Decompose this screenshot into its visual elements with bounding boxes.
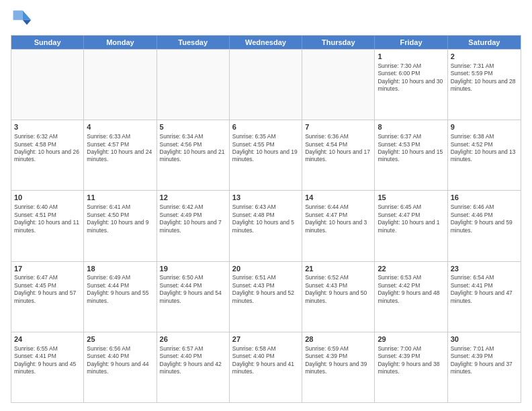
day-number: 28 <box>305 334 371 345</box>
cal-cell: 13Sunrise: 6:43 AMSunset: 4:48 PMDayligh… <box>230 191 302 261</box>
cal-cell: 23Sunrise: 6:54 AMSunset: 4:41 PMDayligh… <box>448 262 521 332</box>
cal-cell: 27Sunrise: 6:58 AMSunset: 4:40 PMDayligh… <box>230 332 302 402</box>
day-info: Sunrise: 6:46 AMSunset: 4:46 PMDaylight:… <box>451 203 518 234</box>
day-number: 4 <box>87 122 153 132</box>
cal-cell: 3Sunrise: 6:32 AMSunset: 4:58 PMDaylight… <box>11 120 84 190</box>
header <box>11 8 521 30</box>
cal-cell: 22Sunrise: 6:53 AMSunset: 4:42 PMDayligh… <box>375 262 447 332</box>
cal-cell: 16Sunrise: 6:46 AMSunset: 4:46 PMDayligh… <box>448 191 521 261</box>
day-header-thursday: Thursday <box>302 36 375 49</box>
day-info: Sunrise: 6:57 AMSunset: 4:40 PMDaylight:… <box>160 345 226 376</box>
week-row-0: 1Sunrise: 7:30 AMSunset: 6:00 PMDaylight… <box>11 49 521 120</box>
day-number: 27 <box>232 334 299 345</box>
cal-cell: 6Sunrise: 6:35 AMSunset: 4:55 PMDaylight… <box>230 120 302 190</box>
cal-cell: 20Sunrise: 6:51 AMSunset: 4:43 PMDayligh… <box>230 262 302 332</box>
day-info: Sunrise: 6:38 AMSunset: 4:52 PMDaylight:… <box>451 133 518 164</box>
cal-cell: 15Sunrise: 6:45 AMSunset: 4:47 PMDayligh… <box>375 191 447 261</box>
day-header-saturday: Saturday <box>448 36 521 49</box>
day-number: 20 <box>232 264 299 274</box>
cal-cell: 18Sunrise: 6:49 AMSunset: 4:44 PMDayligh… <box>84 262 157 332</box>
day-header-sunday: Sunday <box>11 36 84 49</box>
day-number: 29 <box>378 334 444 345</box>
day-info: Sunrise: 7:30 AMSunset: 6:00 PMDaylight:… <box>378 62 444 93</box>
day-info: Sunrise: 7:01 AMSunset: 4:39 PMDaylight:… <box>451 345 518 376</box>
day-info: Sunrise: 6:44 AMSunset: 4:47 PMDaylight:… <box>305 203 371 234</box>
day-info: Sunrise: 6:49 AMSunset: 4:44 PMDaylight:… <box>87 274 153 305</box>
day-number: 3 <box>14 122 81 132</box>
day-number: 23 <box>451 264 518 274</box>
day-info: Sunrise: 6:58 AMSunset: 4:40 PMDaylight:… <box>232 345 299 376</box>
day-number: 21 <box>305 264 371 274</box>
day-info: Sunrise: 6:34 AMSunset: 4:56 PMDaylight:… <box>160 133 226 164</box>
cal-cell: 5Sunrise: 6:34 AMSunset: 4:56 PMDaylight… <box>157 120 230 190</box>
cal-cell: 17Sunrise: 6:47 AMSunset: 4:45 PMDayligh… <box>11 262 84 332</box>
svg-marker-1 <box>23 20 31 25</box>
cal-cell: 12Sunrise: 6:42 AMSunset: 4:49 PMDayligh… <box>157 191 230 261</box>
day-number: 26 <box>160 334 226 345</box>
day-number: 25 <box>87 334 153 345</box>
cal-cell: 4Sunrise: 6:33 AMSunset: 4:57 PMDaylight… <box>84 120 157 190</box>
day-info: Sunrise: 7:00 AMSunset: 4:39 PMDaylight:… <box>378 345 444 376</box>
cal-cell: 7Sunrise: 6:36 AMSunset: 4:54 PMDaylight… <box>302 120 375 190</box>
day-header-wednesday: Wednesday <box>230 36 302 49</box>
day-info: Sunrise: 6:36 AMSunset: 4:54 PMDaylight:… <box>305 133 371 164</box>
day-info: Sunrise: 6:50 AMSunset: 4:44 PMDaylight:… <box>160 274 226 305</box>
cal-cell: 26Sunrise: 6:57 AMSunset: 4:40 PMDayligh… <box>157 332 230 402</box>
cal-cell <box>11 50 84 120</box>
day-number: 17 <box>14 264 81 274</box>
day-number: 18 <box>87 264 153 274</box>
day-info: Sunrise: 6:45 AMSunset: 4:47 PMDaylight:… <box>378 203 444 234</box>
day-header-tuesday: Tuesday <box>157 36 230 49</box>
day-number: 11 <box>87 193 153 203</box>
cal-cell: 25Sunrise: 6:56 AMSunset: 4:40 PMDayligh… <box>84 332 157 402</box>
calendar-body: 1Sunrise: 7:30 AMSunset: 6:00 PMDaylight… <box>11 49 521 402</box>
calendar: SundayMondayTuesdayWednesdayThursdayFrid… <box>11 35 521 403</box>
day-info: Sunrise: 6:35 AMSunset: 4:55 PMDaylight:… <box>232 133 299 164</box>
day-info: Sunrise: 6:55 AMSunset: 4:41 PMDaylight:… <box>14 345 81 376</box>
cal-cell <box>230 50 302 120</box>
day-number: 12 <box>160 193 226 203</box>
week-row-1: 3Sunrise: 6:32 AMSunset: 4:58 PMDaylight… <box>11 120 521 190</box>
cal-cell: 8Sunrise: 6:37 AMSunset: 4:53 PMDaylight… <box>375 120 447 190</box>
day-info: Sunrise: 6:56 AMSunset: 4:40 PMDaylight:… <box>87 345 153 376</box>
day-number: 10 <box>14 193 81 203</box>
day-info: Sunrise: 6:40 AMSunset: 4:51 PMDaylight:… <box>14 203 81 234</box>
day-number: 19 <box>160 264 226 274</box>
cal-cell: 30Sunrise: 7:01 AMSunset: 4:39 PMDayligh… <box>448 332 521 402</box>
cal-cell: 2Sunrise: 7:31 AMSunset: 5:59 PMDaylight… <box>448 50 521 120</box>
day-number: 16 <box>451 193 518 203</box>
cal-cell: 11Sunrise: 6:41 AMSunset: 4:50 PMDayligh… <box>84 191 157 261</box>
day-info: Sunrise: 6:52 AMSunset: 4:43 PMDaylight:… <box>305 274 371 305</box>
cal-cell: 14Sunrise: 6:44 AMSunset: 4:47 PMDayligh… <box>302 191 375 261</box>
day-number: 13 <box>232 193 299 203</box>
day-info: Sunrise: 6:59 AMSunset: 4:39 PMDaylight:… <box>305 345 371 376</box>
day-info: Sunrise: 6:42 AMSunset: 4:49 PMDaylight:… <box>160 203 226 234</box>
cal-cell: 19Sunrise: 6:50 AMSunset: 4:44 PMDayligh… <box>157 262 230 332</box>
day-number: 24 <box>14 334 81 345</box>
logo <box>11 8 35 30</box>
day-header-monday: Monday <box>84 36 157 49</box>
day-number: 5 <box>160 122 226 132</box>
day-number: 6 <box>232 122 299 132</box>
day-number: 2 <box>451 52 518 62</box>
day-number: 1 <box>378 52 444 62</box>
cal-cell: 21Sunrise: 6:52 AMSunset: 4:43 PMDayligh… <box>302 262 375 332</box>
day-info: Sunrise: 6:43 AMSunset: 4:48 PMDaylight:… <box>232 203 299 234</box>
day-number: 14 <box>305 193 371 203</box>
day-info: Sunrise: 6:51 AMSunset: 4:43 PMDaylight:… <box>232 274 299 305</box>
day-number: 7 <box>305 122 371 132</box>
cal-cell: 24Sunrise: 6:55 AMSunset: 4:41 PMDayligh… <box>11 332 84 402</box>
day-info: Sunrise: 6:33 AMSunset: 4:57 PMDaylight:… <box>87 133 153 164</box>
cal-cell: 1Sunrise: 7:30 AMSunset: 6:00 PMDaylight… <box>375 50 447 120</box>
cal-cell: 10Sunrise: 6:40 AMSunset: 4:51 PMDayligh… <box>11 191 84 261</box>
svg-marker-0 <box>23 11 31 20</box>
day-info: Sunrise: 6:54 AMSunset: 4:41 PMDaylight:… <box>451 274 518 305</box>
cal-cell: 9Sunrise: 6:38 AMSunset: 4:52 PMDaylight… <box>448 120 521 190</box>
cal-cell: 28Sunrise: 6:59 AMSunset: 4:39 PMDayligh… <box>302 332 375 402</box>
day-number: 30 <box>451 334 518 345</box>
calendar-header: SundayMondayTuesdayWednesdayThursdayFrid… <box>11 36 521 49</box>
day-number: 15 <box>378 193 444 203</box>
svg-rect-2 <box>13 11 23 20</box>
cal-cell <box>302 50 375 120</box>
week-row-2: 10Sunrise: 6:40 AMSunset: 4:51 PMDayligh… <box>11 190 521 261</box>
